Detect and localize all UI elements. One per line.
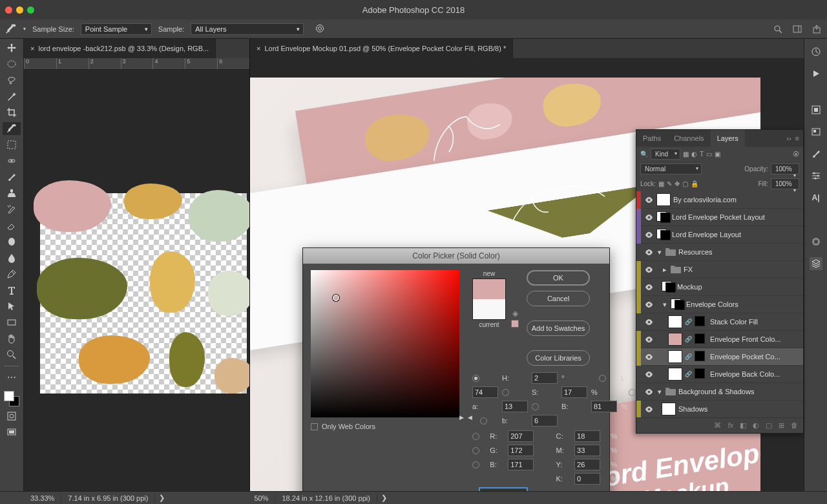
doc-tab-1[interactable]: × lord envelope -back212.psb @ 33.3% (De… (24, 39, 216, 58)
new-group-icon[interactable]: ▢ (766, 421, 772, 430)
input-bl[interactable] (532, 415, 558, 426)
layer-row[interactable]: 🔗Envelope Pocket Co... (636, 348, 803, 366)
magic-wand-tool[interactable] (3, 90, 21, 103)
tab-close-icon[interactable]: × (256, 45, 260, 52)
character-panel-icon[interactable]: A| (810, 191, 822, 204)
visibility-toggle[interactable] (644, 319, 654, 325)
panel-menu-icon[interactable]: ≡ (795, 134, 799, 142)
status-zoom-left[interactable]: 33.33% (24, 494, 61, 502)
libraries-panel-icon[interactable] (810, 125, 822, 138)
path-select-tool[interactable] (3, 300, 21, 313)
layer-row[interactable]: By carlosviloria.com (636, 191, 803, 209)
new-current-swatch[interactable] (472, 278, 506, 320)
color-panel-icon[interactable] (810, 235, 822, 248)
fill-input[interactable]: 100% (771, 178, 799, 189)
filter-toggle-icon[interactable]: ⦿ (793, 151, 799, 158)
visibility-toggle[interactable] (644, 284, 654, 290)
filter-shape-icon[interactable]: ▭ (706, 151, 712, 158)
visibility-toggle[interactable] (644, 232, 654, 238)
radio-bl[interactable] (480, 417, 487, 425)
frame-tool[interactable] (3, 138, 21, 151)
doc-tab-2[interactable]: × Lord Envelope Mockup 01.psd @ 50% (Env… (250, 39, 513, 58)
lock-pos-icon[interactable]: ✥ (675, 180, 680, 187)
eyedropper-tool[interactable] (3, 122, 21, 135)
layer-row[interactable]: Shadows (636, 401, 803, 417)
tab-paths[interactable]: Paths (636, 130, 667, 147)
history-panel-icon[interactable] (810, 45, 822, 58)
filter-pixel-icon[interactable]: ▦ (683, 151, 689, 158)
cancel-button[interactable]: Cancel (527, 291, 590, 306)
brush-tool[interactable] (3, 171, 21, 184)
input-m[interactable] (574, 445, 600, 456)
move-tool[interactable] (3, 41, 21, 54)
add-swatches-button[interactable]: Add to Swatches (527, 320, 590, 336)
status-menu-left-icon[interactable]: ❯ (155, 494, 169, 502)
filter-kind-dropdown[interactable]: Kind (651, 149, 680, 160)
layer-row[interactable]: ▾Background & Shadows (636, 383, 803, 401)
visibility-toggle[interactable] (644, 354, 654, 360)
radio-g[interactable] (472, 447, 479, 454)
layers-panel-icon[interactable] (810, 257, 822, 270)
lock-artboard-icon[interactable]: ▢ (682, 180, 688, 187)
maximize-window-button[interactable] (27, 6, 34, 14)
input-k[interactable] (574, 473, 600, 485)
radio-bb[interactable] (472, 461, 479, 468)
rectangle-tool[interactable] (3, 316, 21, 329)
search-icon[interactable] (773, 24, 783, 34)
sample-size-dropdown[interactable]: Point Sample (81, 23, 152, 35)
radio-l[interactable] (599, 375, 606, 382)
new-layer-icon[interactable]: ⊞ (779, 421, 784, 430)
panel-collapse-icon[interactable]: ›› (786, 134, 791, 142)
tab-layers[interactable]: Layers (711, 130, 745, 147)
input-g[interactable] (508, 445, 534, 456)
link-layers-icon[interactable]: ⌘ (714, 421, 721, 430)
radio-s[interactable] (502, 389, 509, 396)
input-c[interactable] (574, 430, 600, 442)
visibility-toggle[interactable] (644, 302, 654, 308)
lock-paint-icon[interactable]: ✎ (667, 180, 672, 187)
closest-web-swatch[interactable] (511, 320, 519, 328)
healing-brush-tool[interactable] (3, 154, 21, 167)
input-a[interactable] (502, 401, 528, 412)
tab-channels[interactable]: Channels (667, 130, 710, 147)
layer-row[interactable]: 🔗Envelope Back Colo... (636, 366, 803, 383)
pen-tool[interactable] (3, 268, 21, 280)
marquee-tool[interactable] (3, 58, 21, 70)
input-y[interactable] (574, 459, 600, 470)
layer-row[interactable]: Lord Envelope Pocket Layout (636, 209, 803, 226)
input-r[interactable] (508, 430, 534, 442)
radio-r[interactable] (472, 433, 479, 440)
lock-trans-icon[interactable]: ▦ (658, 180, 664, 187)
tab-close-icon[interactable]: × (30, 45, 34, 52)
visibility-toggle[interactable] (644, 215, 654, 220)
layer-fx-icon[interactable]: fx (728, 421, 733, 430)
visibility-toggle[interactable] (644, 372, 654, 377)
history-brush-tool[interactable] (3, 203, 21, 216)
hand-tool[interactable] (3, 332, 21, 345)
layer-row[interactable]: ▾Envelope Colors (636, 296, 803, 313)
out-of-gamut-icon[interactable]: ◈ (512, 309, 518, 318)
crop-tool[interactable] (3, 106, 21, 119)
input-s[interactable] (561, 386, 587, 398)
input-bb[interactable] (508, 459, 534, 470)
radio-a[interactable] (629, 389, 636, 396)
layer-row[interactable]: Lord Envelope Layout (636, 226, 803, 244)
chevron-down-icon[interactable]: ▾ (23, 26, 26, 32)
adjustments-panel-icon[interactable] (810, 169, 822, 182)
lock-all-icon[interactable]: 🔒 (691, 180, 698, 187)
radio-bv[interactable] (532, 403, 539, 410)
eraser-tool[interactable] (3, 219, 21, 232)
radio-h[interactable] (472, 375, 479, 382)
zoom-tool[interactable] (3, 348, 21, 361)
close-window-button[interactable] (5, 6, 12, 14)
web-colors-checkbox[interactable] (311, 423, 318, 430)
color-swatches[interactable] (4, 391, 19, 406)
type-tool[interactable] (3, 284, 21, 297)
input-l[interactable] (472, 386, 498, 398)
clone-stamp-tool[interactable] (3, 187, 21, 200)
blend-mode-dropdown[interactable]: Normal (640, 163, 702, 174)
canvas-design[interactable] (40, 193, 247, 394)
ok-button[interactable]: OK (527, 270, 590, 286)
input-h[interactable] (532, 372, 558, 384)
expand-toggle[interactable]: ▾ (662, 300, 668, 309)
